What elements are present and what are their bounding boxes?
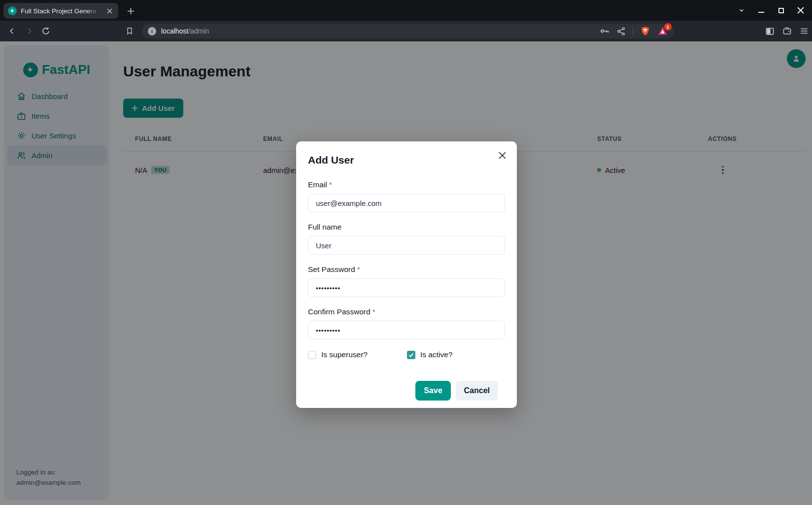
window-controls xyxy=(735,0,807,21)
tab-title: Full Stack Project Genera xyxy=(21,7,101,15)
bookmark-icon[interactable] xyxy=(123,25,136,37)
set-password-field[interactable] xyxy=(308,278,505,297)
wallet-icon[interactable] xyxy=(780,25,793,37)
set-password-field-group: Set Password* xyxy=(308,265,505,297)
brave-rewards-icon[interactable]: 1 xyxy=(657,26,668,36)
urlbar-divider xyxy=(633,27,633,35)
browser-toolbar: i localhost/admin 1 xyxy=(0,21,812,41)
share-icon[interactable] xyxy=(616,27,626,36)
set-password-label: Set Password* xyxy=(308,265,505,274)
url-text: localhost/admin xyxy=(161,27,209,35)
modal-close-icon[interactable] xyxy=(495,148,509,163)
site-info-icon[interactable]: i xyxy=(148,27,156,35)
required-asterisk: * xyxy=(329,180,332,189)
url-bar[interactable]: i localhost/admin 1 xyxy=(142,24,674,38)
tab-close-icon[interactable] xyxy=(105,6,114,15)
required-asterisk: * xyxy=(372,307,375,316)
confirm-password-field-group: Confirm Password* xyxy=(308,307,505,339)
password-key-icon[interactable] xyxy=(600,26,609,36)
full-name-field-group: Full name xyxy=(308,223,505,255)
checkbox-checked-icon xyxy=(407,351,415,359)
is-active-label: Is active? xyxy=(420,350,452,359)
checkbox-unchecked-icon xyxy=(308,351,316,359)
url-path: /admin xyxy=(188,27,209,35)
email-field-group: Email* xyxy=(308,180,505,212)
new-tab-button[interactable] xyxy=(124,4,137,17)
maximize-button[interactable] xyxy=(775,4,787,17)
back-button[interactable] xyxy=(6,25,19,37)
menu-hamburger-icon[interactable] xyxy=(798,25,811,37)
forward-button[interactable] xyxy=(23,25,35,37)
is-superuser-label: Is superuser? xyxy=(321,350,368,359)
email-label: Email* xyxy=(308,180,505,189)
is-active-checkbox[interactable]: Is active? xyxy=(407,350,452,359)
cancel-button[interactable]: Cancel xyxy=(456,381,498,401)
full-name-field[interactable] xyxy=(308,236,505,255)
checkbox-row: Is superuser? Is active? xyxy=(308,350,505,359)
modal-title: Add User xyxy=(308,154,505,166)
browser-titlebar: Full Stack Project Genera xyxy=(0,0,812,21)
confirm-password-label: Confirm Password* xyxy=(308,307,505,316)
sidebar-panel-icon[interactable] xyxy=(763,25,776,37)
fastapi-favicon-icon xyxy=(8,6,17,15)
rewards-badge: 1 xyxy=(664,23,672,31)
page-viewport: FastAPI Dashboard Items User Settings xyxy=(0,41,812,505)
close-window-button[interactable] xyxy=(794,4,807,17)
url-host: localhost xyxy=(161,27,188,35)
is-superuser-checkbox[interactable]: Is superuser? xyxy=(308,350,407,359)
add-user-modal: Add User Email* Full name Set Password* … xyxy=(296,141,517,408)
full-name-label: Full name xyxy=(308,223,505,232)
brave-shield-icon[interactable] xyxy=(640,26,650,36)
tab-search-chevron-icon[interactable] xyxy=(735,4,748,17)
browser-tab[interactable]: Full Stack Project Genera xyxy=(3,3,118,19)
reload-button[interactable] xyxy=(39,25,52,37)
required-asterisk: * xyxy=(357,265,360,273)
confirm-password-field[interactable] xyxy=(308,321,505,339)
modal-button-row: Save Cancel xyxy=(308,381,505,401)
minimize-button[interactable] xyxy=(755,4,768,17)
save-button[interactable]: Save xyxy=(415,381,450,401)
email-field[interactable] xyxy=(308,194,505,212)
